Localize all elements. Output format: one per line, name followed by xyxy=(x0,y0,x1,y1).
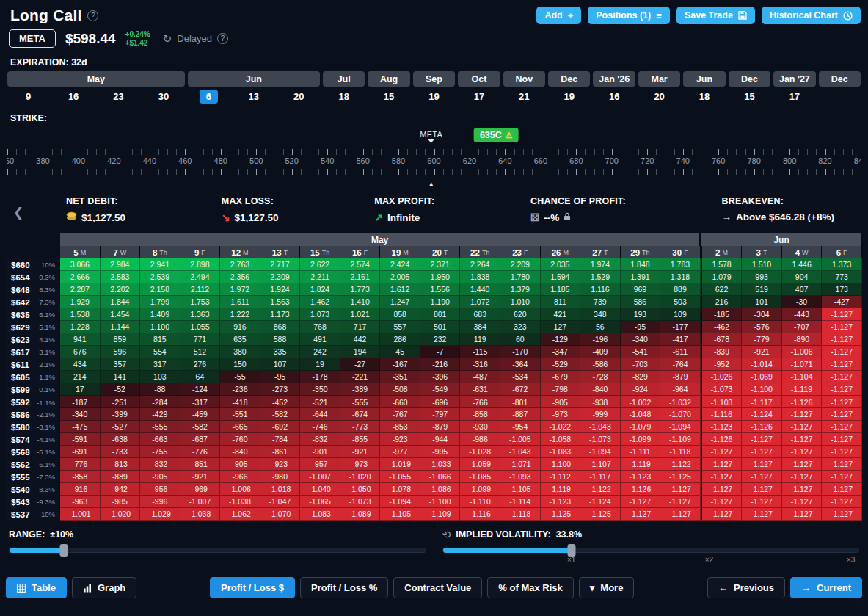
expiry-date-16[interactable]: 16 xyxy=(51,87,95,106)
pl-cell: 2.941 xyxy=(140,258,180,271)
iv-label: ⟲ IMPLIED VOLATILITY:33.8% xyxy=(442,528,860,541)
pl-cell: -679 xyxy=(541,371,581,383)
expiry-date-20[interactable]: 20 xyxy=(637,87,682,106)
pl-cell: 1.773 xyxy=(340,283,381,296)
column-header-9: 9F xyxy=(180,246,221,258)
range-slider-group: RANGE:±10% xyxy=(9,528,426,565)
expiry-date-6[interactable]: 6 xyxy=(186,87,231,106)
pl-cell: -1.127 xyxy=(782,458,823,471)
pl-cell: -1.047 xyxy=(260,496,301,508)
range-slider-handle[interactable] xyxy=(59,544,68,557)
pl-cell: 1.924 xyxy=(260,283,301,296)
expiry-date-20[interactable]: 20 xyxy=(277,87,321,106)
row-header-568: $568-5.1% xyxy=(6,446,60,458)
month-tab-jan26[interactable]: Jan '26 xyxy=(593,71,635,87)
delayed-help-icon[interactable]: ? xyxy=(217,33,228,44)
iv-slider[interactable] xyxy=(442,548,860,553)
expiry-date-30[interactable]: 30 xyxy=(141,87,186,106)
expiry-date-21[interactable]: 21 xyxy=(502,87,547,106)
toolbar-button-more[interactable]: ▾More xyxy=(579,577,635,598)
expiry-date-18[interactable]: 18 xyxy=(682,87,726,106)
pl-cell: -1.127 xyxy=(742,471,782,483)
pl-cell: 889 xyxy=(660,283,701,296)
toolbar-button-table[interactable]: Table xyxy=(6,577,67,598)
pl-cell: -1.033 xyxy=(420,458,461,471)
pl-cell: 442 xyxy=(340,333,381,346)
pl-cell: 1.373 xyxy=(822,258,862,271)
expiry-date-13[interactable]: 13 xyxy=(231,87,276,106)
expiry-date-18[interactable]: 18 xyxy=(321,87,366,106)
month-tab-mar[interactable]: Mar xyxy=(638,71,680,87)
save-trade-button[interactable]: Save Trade xyxy=(676,7,755,24)
pl-cell: -674 xyxy=(340,408,381,421)
toolbar-button-graph[interactable]: Graph xyxy=(72,577,136,598)
month-tab-dec[interactable]: Dec xyxy=(729,71,770,87)
toolbar-button-current[interactable]: →Current xyxy=(790,577,862,598)
expiry-date-17[interactable]: 17 xyxy=(456,87,501,106)
pl-cell: -963 xyxy=(60,496,101,508)
toolbar-button-profit-loss[interactable]: Profit / Loss $ xyxy=(210,577,295,598)
expiry-date-9[interactable]: 9 xyxy=(6,87,51,106)
dates-row: 19 xyxy=(412,87,456,106)
expiry-date-23[interactable]: 23 xyxy=(96,87,141,106)
range-slider[interactable] xyxy=(9,548,426,553)
pl-cell: -1.073 xyxy=(340,496,381,508)
month-tab-dec[interactable]: Dec xyxy=(548,71,590,87)
pl-cell: -1.073 xyxy=(580,433,621,446)
expiry-date-15[interactable]: 15 xyxy=(727,87,772,106)
toolbar-button-profit-loss[interactable]: Profit / Loss % xyxy=(300,577,388,598)
pl-cell: 2.666 xyxy=(60,271,101,283)
expiry-date-19[interactable]: 19 xyxy=(547,87,591,106)
refresh-icon[interactable]: ↻ xyxy=(163,32,172,46)
add-button[interactable]: Add+ xyxy=(536,7,581,24)
reset-iv-icon[interactable]: ⟲ xyxy=(442,529,451,540)
date-chip: 13 xyxy=(242,90,266,104)
positions-1-button[interactable]: Positions (1)≡ xyxy=(588,7,670,24)
row-header-586: $586-2.1% xyxy=(6,408,60,421)
stat-max-profit: MAX PROFIT: ↗ Infinite xyxy=(374,196,434,223)
month-group: Dec15 xyxy=(727,71,772,106)
pl-cell: -487 xyxy=(460,371,500,383)
strategy-help-icon[interactable]: ? xyxy=(87,10,98,21)
month-tab-may[interactable]: May xyxy=(7,71,185,87)
month-tab-jul[interactable]: Jul xyxy=(323,71,365,87)
expiry-date-17[interactable]: 17 xyxy=(772,87,817,106)
month-tab-jan27[interactable]: Jan '27 xyxy=(773,71,815,87)
strike-badge[interactable]: 635C ⚠ xyxy=(474,128,519,142)
pl-cell: -1.007 xyxy=(180,496,221,508)
pl-cell: -389 xyxy=(340,383,381,396)
historical-chart-button[interactable]: Historical Chart xyxy=(762,7,861,24)
expiry-date-15[interactable]: 15 xyxy=(366,87,411,106)
month-tab-sep[interactable]: Sep xyxy=(413,71,455,87)
pl-cell: -1.127 xyxy=(742,483,782,496)
column-header-15: 15Th xyxy=(300,246,340,258)
pl-cell: -921 xyxy=(180,471,221,483)
pl-cell: 2.209 xyxy=(500,258,541,271)
expiry-date-16[interactable]: 16 xyxy=(591,87,636,106)
month-tab-jun[interactable]: Jun xyxy=(683,71,725,87)
stats-scroll-left-icon[interactable]: ❮ xyxy=(13,205,23,220)
iv-slider-handle[interactable] xyxy=(568,544,576,557)
expiry-date-19[interactable]: 19 xyxy=(412,87,456,106)
month-tab-dec[interactable]: Dec xyxy=(819,71,861,87)
toolbar-button-of-max-risk[interactable]: % of Max Risk xyxy=(487,577,573,598)
underlying-marker: META xyxy=(420,130,442,143)
row-header-599: $5990.1% xyxy=(6,383,60,396)
ruler-tick-label: 840 xyxy=(854,156,861,165)
month-tab-aug[interactable]: Aug xyxy=(368,71,409,87)
toolbar-button-contract-value[interactable]: Contract Value xyxy=(393,577,482,598)
pl-cell: -1.127 xyxy=(822,308,862,321)
pl-cell: 1.440 xyxy=(460,283,500,296)
toolbar-button-previous[interactable]: ←Previous xyxy=(707,577,785,598)
pl-cell: 107 xyxy=(260,358,301,371)
month-tab-oct[interactable]: Oct xyxy=(458,71,500,87)
symbol-selector[interactable]: META xyxy=(9,29,56,48)
month-tab-nov[interactable]: Nov xyxy=(503,71,545,87)
pl-cell: 635 xyxy=(220,333,260,346)
strike-ruler[interactable]: META 635C ⚠ 3603804004204404604805005205… xyxy=(7,127,861,187)
month-tab-jun[interactable]: Jun xyxy=(188,71,320,87)
pl-cell: -521 xyxy=(300,396,340,408)
ruler-tick-label: 760 xyxy=(712,156,725,165)
pl-cell: 60 xyxy=(500,333,541,346)
pl-cell: 1.974 xyxy=(580,258,621,271)
